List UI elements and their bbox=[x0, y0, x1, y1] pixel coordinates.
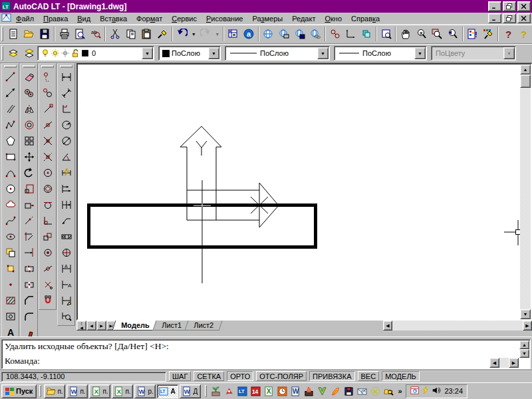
toolbar-grip[interactable] bbox=[1, 46, 3, 61]
flame-icon[interactable] bbox=[303, 385, 315, 397]
floppy-q-icon[interactable] bbox=[342, 385, 354, 397]
snap-insertion-tool[interactable] bbox=[40, 229, 56, 245]
properties-button[interactable]: ! bbox=[465, 26, 481, 42]
menu-8[interactable]: Размеры bbox=[247, 13, 287, 24]
dim-diameter-tool[interactable] bbox=[59, 133, 74, 149]
palette-grip[interactable] bbox=[23, 65, 35, 68]
ellipse-tool[interactable] bbox=[3, 229, 19, 245]
line-tool[interactable] bbox=[3, 69, 19, 85]
layers-button[interactable] bbox=[5, 45, 21, 61]
dim-style-tool[interactable] bbox=[59, 309, 74, 325]
dim-edit-tool[interactable]: A bbox=[59, 261, 74, 277]
toggle-вес[interactable]: ВЕС bbox=[358, 371, 380, 381]
scroll-track[interactable] bbox=[499, 358, 509, 368]
taskbar-app-4-excel[interactable]: Xп. bbox=[112, 384, 133, 398]
taskbar-grip[interactable] bbox=[39, 385, 41, 397]
context-help-button[interactable]: ? bbox=[515, 26, 531, 42]
copy-button[interactable] bbox=[123, 26, 139, 42]
drawing-control-menu-icon[interactable] bbox=[1, 13, 11, 24]
snap-intersection-tool[interactable] bbox=[40, 133, 56, 149]
point-tool[interactable] bbox=[3, 277, 19, 293]
palette-grip[interactable] bbox=[60, 65, 72, 68]
acrobat-icon[interactable] bbox=[223, 385, 235, 397]
sun-dim-icon[interactable] bbox=[61, 49, 70, 58]
undo-drop-button[interactable]: ▾ bbox=[190, 26, 198, 42]
plot-style-combo-dropdown-icon[interactable]: ▼ bbox=[503, 47, 515, 59]
v-tool-icon[interactable] bbox=[316, 385, 328, 397]
taskbar-app-1-folder[interactable]: п. bbox=[44, 384, 65, 398]
snap-nearest-tool[interactable] bbox=[40, 261, 56, 277]
dim-tolerance-tool[interactable] bbox=[59, 229, 74, 245]
lineweight-combo-dropdown-icon[interactable]: ▼ bbox=[414, 47, 426, 59]
paste-button[interactable] bbox=[139, 26, 155, 42]
scroll-right-icon[interactable]: ▶ bbox=[523, 321, 532, 331]
snap-tools-button[interactable] bbox=[327, 26, 343, 42]
offset-tool[interactable] bbox=[21, 117, 37, 133]
make-block-tool[interactable] bbox=[3, 261, 19, 277]
taskbar-app-7-word[interactable]: WД bbox=[180, 384, 201, 398]
bulb-icon[interactable] bbox=[41, 49, 50, 58]
mail-icon[interactable] bbox=[356, 385, 368, 397]
open-button[interactable] bbox=[21, 26, 37, 42]
snap-none-tool[interactable] bbox=[40, 277, 56, 293]
lock-open-icon[interactable] bbox=[70, 49, 80, 58]
match-properties-button[interactable] bbox=[154, 26, 170, 42]
k-circle-icon[interactable]: K bbox=[369, 385, 381, 397]
spline-tool[interactable] bbox=[3, 213, 19, 229]
menu-7[interactable]: Рисование bbox=[201, 13, 247, 24]
layer-combo[interactable]: 0▼ bbox=[37, 46, 154, 61]
match-prop-2-button[interactable] bbox=[480, 26, 496, 42]
web-save-button[interactable] bbox=[292, 26, 308, 42]
scroll-right-icon[interactable]: ▶ bbox=[509, 358, 519, 368]
tray-lightning-icon[interactable] bbox=[421, 386, 430, 396]
dim-ordinate-tool[interactable] bbox=[59, 101, 74, 117]
palette-grip[interactable] bbox=[41, 65, 54, 68]
undo-button[interactable] bbox=[174, 26, 190, 42]
sun-icon[interactable] bbox=[51, 49, 60, 58]
excel-q-icon[interactable]: X bbox=[263, 385, 275, 397]
tray-volume-icon[interactable] bbox=[432, 386, 441, 396]
dim-center-mark-tool[interactable] bbox=[59, 245, 74, 261]
toggle-модель[interactable]: МОДЕЛЬ bbox=[382, 371, 420, 381]
taskbar-grip[interactable] bbox=[205, 385, 207, 397]
calendar14-icon[interactable]: 14 bbox=[249, 385, 261, 397]
hatch-tool[interactable] bbox=[3, 293, 19, 309]
dim-continue-tool[interactable] bbox=[59, 197, 74, 213]
array-tool[interactable] bbox=[21, 133, 37, 149]
snap-perpendicular-tool[interactable] bbox=[40, 213, 56, 229]
fillet-tool[interactable] bbox=[21, 309, 37, 325]
copy-object-tool[interactable] bbox=[21, 85, 37, 101]
acadlt-q-icon[interactable]: LT bbox=[236, 385, 248, 397]
restore-button[interactable] bbox=[503, 1, 516, 11]
lineweight-combo[interactable]: ПоСлою▼ bbox=[334, 46, 427, 61]
insert-block-tool[interactable] bbox=[3, 245, 19, 261]
scroll-down-icon[interactable]: ▼ bbox=[520, 309, 531, 319]
zoom-window-button[interactable] bbox=[429, 26, 445, 42]
taskbar-app-3-excel[interactable]: Xп. bbox=[89, 384, 110, 398]
folder-search-icon[interactable] bbox=[382, 385, 394, 397]
dim-text-edit-tool[interactable]: A bbox=[59, 277, 74, 293]
canvas-horizontal-scrollbar[interactable]: ◀▶ bbox=[383, 321, 532, 331]
menu-10[interactable]: Окно bbox=[320, 13, 346, 24]
dim-baseline-tool[interactable] bbox=[59, 181, 74, 197]
extend-tool[interactable] bbox=[21, 245, 37, 261]
arc-tool[interactable] bbox=[3, 165, 19, 181]
pan-button[interactable] bbox=[398, 26, 414, 42]
drawing-canvas[interactable] bbox=[78, 65, 520, 319]
toggle-шаг[interactable]: ШАГ bbox=[169, 371, 191, 381]
rotate-tool[interactable] bbox=[21, 165, 37, 181]
menu-1[interactable]: Файл bbox=[11, 13, 39, 24]
doc-close-button[interactable] bbox=[517, 13, 531, 23]
scroll-thumb[interactable] bbox=[520, 74, 531, 88]
circle-tool[interactable] bbox=[3, 181, 19, 197]
zoom-realtime-button[interactable]: ± bbox=[414, 26, 430, 42]
doc-restore-button[interactable] bbox=[503, 13, 516, 23]
dim-quick-tool[interactable] bbox=[59, 165, 74, 181]
scroll-track[interactable] bbox=[392, 321, 523, 331]
menu-4[interactable]: Вставка bbox=[95, 13, 132, 24]
temporary-track-point-tool[interactable] bbox=[40, 69, 56, 85]
chamfer-tool[interactable] bbox=[21, 293, 37, 309]
toggle-отс-поляр[interactable]: ОТС-ПОЛЯР bbox=[256, 371, 307, 381]
taskbar-app-2-word[interactable]: Wп. bbox=[66, 384, 88, 398]
region-tool[interactable] bbox=[3, 309, 19, 325]
